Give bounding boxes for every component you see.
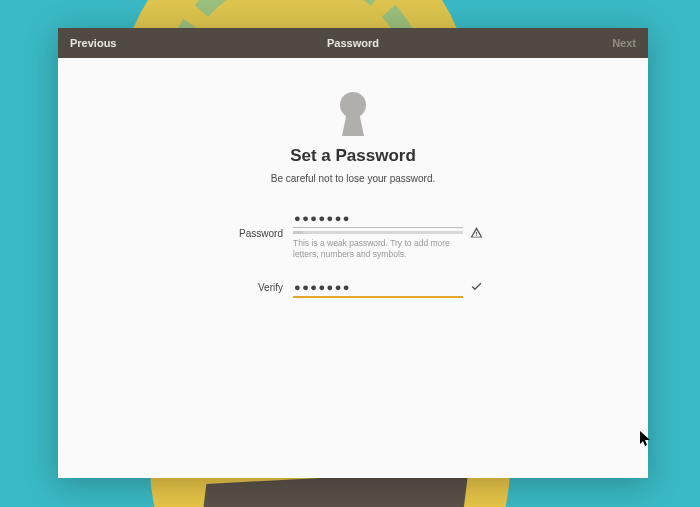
svg-marker-1 bbox=[342, 112, 364, 136]
next-button[interactable]: Next bbox=[586, 37, 636, 49]
previous-button[interactable]: Previous bbox=[70, 37, 120, 49]
password-strength-fill bbox=[293, 231, 303, 234]
password-strength-bar bbox=[293, 231, 463, 234]
titlebar: Previous Password Next bbox=[58, 28, 648, 58]
password-label: Password bbox=[193, 228, 293, 239]
setup-window: Previous Password Next Set a Password Be… bbox=[58, 28, 648, 478]
verify-row: Verify bbox=[193, 277, 513, 298]
page-heading: Set a Password bbox=[290, 146, 416, 166]
page-subheading: Be careful not to lose your password. bbox=[271, 173, 436, 184]
checkmark-icon bbox=[463, 280, 483, 296]
warning-icon bbox=[463, 226, 483, 242]
password-strength-hint: This is a weak password. Try to add more… bbox=[293, 238, 463, 259]
password-form: Password This is a weak password. Try to… bbox=[193, 208, 513, 298]
password-row: Password This is a weak password. Try to… bbox=[193, 208, 513, 259]
keyhole-icon bbox=[336, 92, 370, 136]
mouse-cursor bbox=[640, 431, 652, 447]
verify-label: Verify bbox=[193, 282, 293, 293]
window-title: Password bbox=[120, 37, 586, 49]
verify-input[interactable] bbox=[293, 279, 463, 298]
page-content: Set a Password Be careful not to lose yo… bbox=[58, 58, 648, 478]
password-input[interactable] bbox=[293, 210, 463, 228]
